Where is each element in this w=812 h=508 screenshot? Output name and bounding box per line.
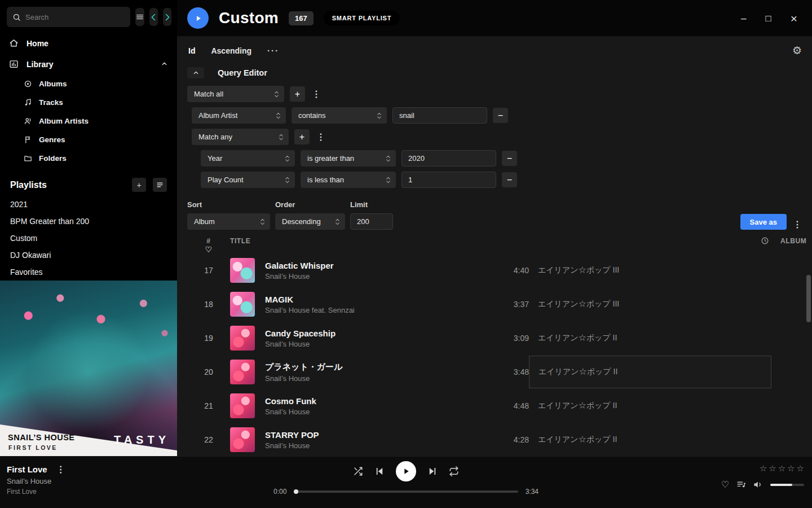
library-icon bbox=[9, 59, 19, 69]
playlist-play-button[interactable] bbox=[187, 7, 209, 29]
sidebar-item-library[interactable]: Library bbox=[0, 54, 177, 75]
home-icon bbox=[9, 38, 19, 48]
column-album[interactable]: ALBUM bbox=[771, 237, 803, 245]
window-close-button[interactable]: × bbox=[791, 12, 797, 24]
collapse-query-editor-button[interactable] bbox=[187, 67, 204, 78]
queue-icon[interactable] bbox=[736, 480, 746, 489]
remove-rule-button[interactable]: − bbox=[502, 151, 517, 166]
table-row[interactable]: 19 Candy Spaceship Snail’s House 3:09 エイ… bbox=[187, 321, 803, 355]
sidebar-item-home[interactable]: Home bbox=[0, 33, 177, 54]
next-track-button[interactable] bbox=[427, 466, 438, 476]
star-icon[interactable]: ☆ bbox=[778, 463, 785, 474]
star-icon[interactable]: ☆ bbox=[760, 463, 767, 474]
star-icon[interactable]: ☆ bbox=[787, 463, 795, 474]
play-pause-button[interactable] bbox=[396, 461, 416, 481]
sort-order-limit-row: Sort Album Order Descending bbox=[187, 200, 803, 230]
sort-select[interactable]: Album bbox=[187, 213, 270, 230]
album-art-thumbnail bbox=[230, 360, 255, 384]
sort-direction-button[interactable]: Ascending bbox=[211, 46, 251, 55]
playlist-item[interactable]: Favorites bbox=[0, 264, 177, 281]
volume-slider[interactable] bbox=[770, 484, 804, 486]
table-header: # TITLE ALBUM ♡ bbox=[187, 237, 803, 253]
table-row[interactable]: 17 Galactic Whisper Snail’s House 4:40 エ… bbox=[187, 253, 803, 287]
sidebar-item-albums[interactable]: Albums bbox=[0, 75, 177, 93]
star-icon[interactable]: ☆ bbox=[797, 463, 804, 474]
rule-value-input[interactable] bbox=[401, 150, 496, 167]
rule-value-input[interactable] bbox=[401, 172, 496, 188]
settings-gear-icon[interactable]: ⚙ bbox=[792, 44, 802, 57]
match-any-select[interactable]: Match any bbox=[192, 129, 289, 145]
track-title: Candy Spaceship bbox=[265, 329, 484, 338]
sidebar-item-folders[interactable]: Folders bbox=[0, 149, 177, 168]
playlist-item[interactable]: 2021 bbox=[0, 196, 177, 213]
search-box[interactable] bbox=[7, 7, 130, 27]
playlist-header: Custom 167 SMART PLAYLIST – □ × bbox=[177, 0, 812, 36]
seek-slider-thumb[interactable] bbox=[294, 489, 298, 494]
total-time: 3:34 bbox=[526, 488, 539, 496]
playlist-item[interactable]: DJ Okawari bbox=[0, 247, 177, 264]
rule-options-icon[interactable]: ⋮ bbox=[315, 132, 326, 142]
scrollbar-thumb[interactable] bbox=[806, 275, 811, 322]
shuffle-button[interactable] bbox=[353, 466, 363, 476]
window-minimize-button[interactable]: – bbox=[741, 14, 746, 23]
query-root-row: Match all + ⋮ bbox=[187, 86, 803, 102]
column-favorite-heart-icon[interactable]: ♡ bbox=[205, 245, 212, 254]
save-options-icon[interactable]: ⋮ bbox=[792, 219, 803, 230]
table-row[interactable]: 18 MAGIK Snail’s House feat. Sennzai 3:3… bbox=[187, 287, 803, 321]
search-input[interactable] bbox=[25, 13, 125, 21]
track-album-focused-cell[interactable]: エイリアン☆ポップ II bbox=[529, 356, 771, 388]
rule-operator-select[interactable]: is greater than bbox=[301, 150, 396, 167]
playlist-item[interactable]: Custom bbox=[0, 230, 177, 247]
previous-track-button[interactable] bbox=[374, 466, 385, 476]
playlist-item[interactable]: BPM Greater than 200 bbox=[0, 213, 177, 230]
playlists-title: Playlists bbox=[10, 180, 125, 190]
table-row[interactable]: 21 Cosmo Funk Snail’s House 4:48 エイリアン☆ポ… bbox=[187, 389, 803, 423]
menu-button[interactable] bbox=[135, 8, 144, 26]
now-playing-album[interactable]: First Love bbox=[7, 488, 67, 496]
column-index[interactable]: # bbox=[206, 237, 210, 245]
remove-rule-button[interactable]: − bbox=[493, 108, 508, 123]
chevron-up-icon[interactable] bbox=[161, 60, 168, 68]
rule-value-input[interactable] bbox=[392, 107, 487, 124]
limit-input[interactable] bbox=[350, 213, 393, 230]
play-icon bbox=[194, 14, 202, 23]
remove-rule-button[interactable]: − bbox=[502, 172, 517, 187]
table-row[interactable]: 22 STARRY POP Snail’s House 4:28 エイリアン☆ポ… bbox=[187, 423, 803, 456]
nav-back-button[interactable] bbox=[149, 8, 158, 26]
sort-field-button[interactable]: Id bbox=[188, 46, 195, 55]
sidebar-item-genres[interactable]: Genres bbox=[0, 130, 177, 149]
sidebar-item-album-artists[interactable]: Album Artists bbox=[0, 112, 177, 130]
match-all-select[interactable]: Match all bbox=[187, 86, 284, 102]
volume-icon[interactable] bbox=[753, 480, 763, 489]
add-rule-button[interactable]: + bbox=[290, 86, 305, 102]
column-duration-clock-icon[interactable] bbox=[761, 237, 769, 245]
add-playlist-button[interactable]: + bbox=[132, 178, 146, 192]
order-select[interactable]: Descending bbox=[275, 213, 345, 230]
favorite-heart-icon[interactable]: ♡ bbox=[721, 479, 729, 490]
rule-field-select[interactable]: Year bbox=[201, 150, 295, 167]
repeat-button[interactable] bbox=[449, 466, 459, 476]
more-options-icon[interactable]: ··· bbox=[267, 46, 279, 55]
rule-operator-select[interactable]: is less than bbox=[301, 172, 396, 188]
save-as-button[interactable]: Save as bbox=[740, 214, 787, 230]
add-rule-button[interactable]: + bbox=[294, 129, 310, 144]
playlist-list-toggle-button[interactable] bbox=[153, 178, 167, 192]
now-playing-album-art[interactable]: SNAIL’S HOUSE FIRST LOVE TASTY bbox=[0, 281, 177, 456]
star-icon[interactable]: ☆ bbox=[769, 463, 776, 474]
table-row[interactable]: 20 プラネット・ガール Snail’s House 3:48 エイリアン☆ポッ… bbox=[187, 355, 803, 389]
rule-field-select[interactable]: Album Artist bbox=[192, 107, 286, 124]
now-playing-options-icon[interactable]: ⋮ bbox=[55, 464, 67, 475]
column-title[interactable]: TITLE bbox=[230, 237, 484, 245]
nav-forward-button[interactable] bbox=[163, 8, 171, 26]
now-playing-title[interactable]: First Love bbox=[7, 465, 47, 474]
seek-slider[interactable] bbox=[294, 491, 518, 493]
query-rule-row: Play Count is less than − bbox=[201, 172, 803, 188]
rule-field-select[interactable]: Play Count bbox=[201, 172, 295, 188]
now-playing-artist[interactable]: Snail’s House bbox=[7, 477, 67, 485]
window-maximize-button[interactable]: □ bbox=[765, 14, 771, 23]
sidebar-item-tracks[interactable]: Tracks bbox=[0, 93, 177, 112]
rule-options-icon[interactable]: ⋮ bbox=[311, 89, 322, 99]
rule-operator-select[interactable]: contains bbox=[292, 107, 387, 124]
query-group-row: Match any + ⋮ bbox=[192, 129, 803, 145]
select-caret-icon bbox=[275, 112, 281, 120]
